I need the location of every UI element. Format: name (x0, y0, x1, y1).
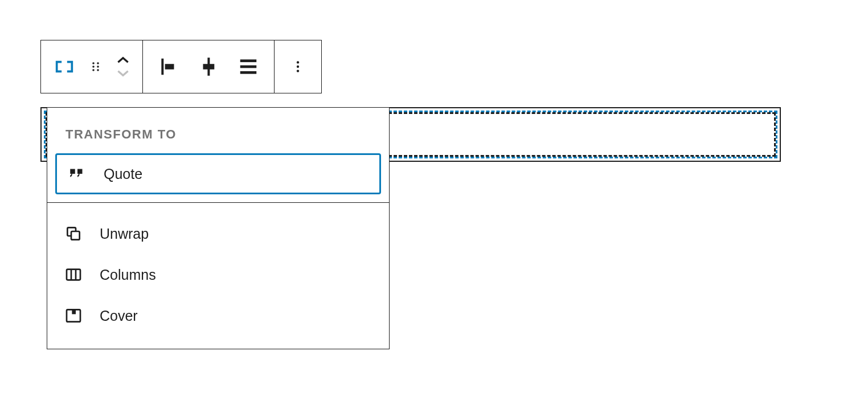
menu-item-label: Cover (100, 308, 138, 324)
align-center-icon (198, 56, 219, 77)
block-type-button[interactable] (47, 40, 82, 93)
transform-heading: TRANSFORM TO (47, 108, 389, 153)
toolbar-group-more (274, 40, 321, 93)
svg-point-0 (92, 62, 95, 64)
toolbar-group-alignment (142, 40, 274, 93)
cover-icon (63, 305, 84, 326)
svg-rect-9 (203, 64, 215, 70)
svg-rect-18 (67, 270, 80, 280)
svg-point-1 (97, 62, 99, 64)
drag-handle-button[interactable] (82, 40, 109, 93)
chevron-down-icon (116, 68, 130, 77)
svg-point-5 (97, 69, 99, 71)
transform-popover: TRANSFORM TO Quote Unwrap (47, 107, 390, 349)
unwrap-icon (63, 223, 84, 244)
transform-option-quote[interactable]: Quote (55, 153, 381, 194)
align-center-button[interactable] (189, 40, 228, 93)
svg-rect-12 (240, 71, 257, 74)
toolbar-group-block-type (41, 40, 142, 93)
menu-item-label: Quote (104, 166, 142, 182)
svg-point-4 (92, 69, 95, 71)
move-up-button[interactable] (116, 56, 130, 65)
transform-option-unwrap[interactable]: Unwrap (47, 213, 389, 254)
menu-item-label: Unwrap (100, 226, 149, 242)
block-toolbar (40, 40, 322, 93)
columns-icon (63, 264, 84, 285)
justify-button[interactable] (228, 40, 268, 93)
menu-item-label: Columns (100, 267, 156, 283)
justify-icon (238, 56, 259, 77)
align-left-button[interactable] (149, 40, 189, 93)
align-left-icon (158, 56, 179, 77)
move-down-button[interactable] (116, 68, 130, 77)
transform-option-cover[interactable]: Cover (47, 295, 389, 336)
chevron-up-icon (116, 56, 130, 65)
drag-handle-icon (89, 60, 103, 74)
block-mover (109, 40, 137, 93)
svg-point-3 (97, 66, 99, 68)
more-options-icon (290, 59, 305, 74)
svg-point-2 (92, 66, 95, 68)
svg-rect-7 (165, 64, 174, 70)
svg-point-13 (297, 61, 299, 63)
svg-rect-22 (72, 309, 76, 314)
more-options-button[interactable] (280, 40, 316, 93)
transform-option-columns[interactable]: Columns (47, 254, 389, 295)
row-icon (53, 55, 76, 78)
svg-point-15 (297, 70, 299, 72)
svg-point-14 (297, 66, 299, 68)
quote-icon (67, 164, 88, 184)
svg-rect-10 (240, 59, 257, 62)
transform-secondary-group: Unwrap Columns Cover (47, 203, 389, 349)
svg-rect-11 (240, 66, 257, 68)
svg-rect-6 (161, 59, 163, 75)
svg-rect-17 (71, 231, 80, 240)
